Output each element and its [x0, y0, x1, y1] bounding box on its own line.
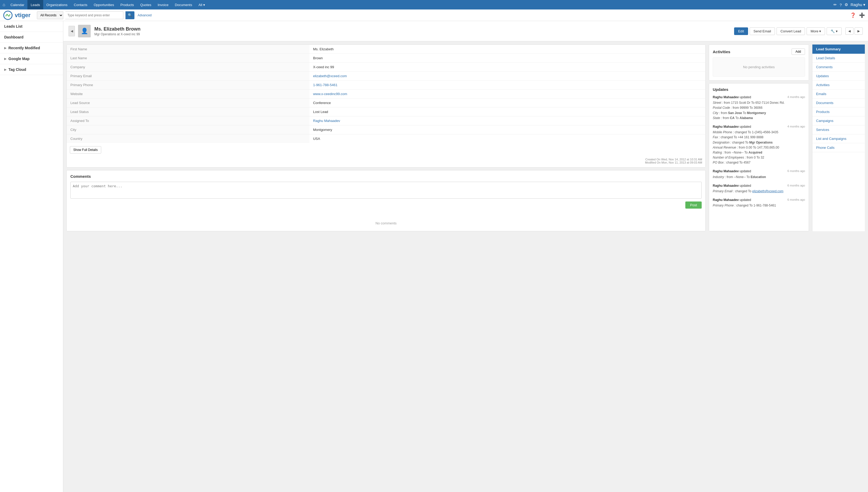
- comments-section: Comments Post No comments: [66, 170, 706, 231]
- update-user-3: Raghu Mahaadev: [713, 169, 739, 173]
- next-record-button[interactable]: ▶: [854, 27, 863, 35]
- search-filter-select[interactable]: All Records: [37, 11, 63, 19]
- help-circle-icon[interactable]: ❓: [850, 13, 856, 18]
- tools-button[interactable]: 🔧 ▾: [827, 27, 842, 35]
- update-time-2: 4 months ago: [787, 124, 805, 129]
- lead-header: ◀ 👤 Ms. Elizabeth Brown Mgr Operations a…: [63, 21, 868, 41]
- summary-item-campaigns[interactable]: Campaigns: [813, 117, 865, 125]
- sidebar-tag-cloud-label: Tag Cloud: [8, 68, 26, 72]
- activities-header: Activities Add: [713, 48, 805, 55]
- search-button[interactable]: 🔍: [125, 11, 135, 19]
- summary-item-services[interactable]: Services: [813, 125, 865, 134]
- main-content: ◀ 👤 Ms. Elizabeth Brown Mgr Operations a…: [63, 21, 868, 492]
- sidebar-item-recently-modified[interactable]: ▶ Recently Modified: [0, 43, 63, 53]
- summary-item-comments[interactable]: Comments: [813, 63, 865, 72]
- field-label-website: Website: [67, 90, 309, 99]
- advanced-search-link[interactable]: Advanced: [138, 14, 151, 17]
- collapse-sidebar-button[interactable]: ◀: [69, 26, 75, 36]
- chevron-tag-cloud: ▶: [4, 68, 6, 71]
- sidebar-item-google-map[interactable]: ▶ Google Map: [0, 53, 63, 64]
- field-label-country: Country: [67, 134, 309, 143]
- table-row: Website www.x-ceedinc99.com: [67, 90, 705, 99]
- update-details-2: Mobile Phone : changed To 1-(345)-4566-3…: [713, 130, 805, 165]
- send-email-button[interactable]: Send Email: [750, 27, 775, 35]
- sidebar-item-dashboard[interactable]: Dashboard: [0, 32, 63, 43]
- update-time-1: 4 months ago: [787, 95, 805, 100]
- nav-quotes[interactable]: Quotes: [137, 0, 155, 9]
- field-value-company: X-ceed inc 99: [309, 63, 705, 72]
- nav-leads[interactable]: Leads: [27, 0, 43, 9]
- summary-item-documents[interactable]: Documents: [813, 99, 865, 107]
- summary-item-list-and-campaigns[interactable]: List and Campaigns: [813, 134, 865, 143]
- field-value-last-name: Brown: [309, 54, 705, 63]
- lead-detail-table: First Name Ms. Elizabeth Last Name Brown…: [67, 45, 705, 143]
- sidebar-item-leads-list[interactable]: Leads List: [0, 21, 63, 32]
- updates-title: Updates: [713, 87, 805, 92]
- update-item-4: Raghu Mahaadev updated 6 months ago Prim…: [713, 183, 805, 194]
- nav-documents[interactable]: Documents: [171, 0, 195, 9]
- user-menu[interactable]: Raghu ▾: [851, 2, 865, 7]
- edit-button[interactable]: Edit: [734, 27, 748, 35]
- field-value-city: Montgomery: [309, 125, 705, 134]
- update-time-5: 6 months ago: [787, 198, 805, 202]
- email-link[interactable]: elizabeth@xceed.com: [313, 74, 347, 78]
- post-comment-button[interactable]: Post: [685, 201, 702, 208]
- chevron-google-map: ▶: [4, 57, 6, 60]
- left-column: First Name Ms. Elizabeth Last Name Brown…: [66, 45, 706, 231]
- summary-item-products[interactable]: Products: [813, 107, 865, 117]
- field-value-primary-email: elizabeth@xceed.com: [309, 72, 705, 81]
- avatar-icon: 👤: [81, 28, 88, 34]
- update-user-4: Raghu Mahaadev: [713, 184, 739, 188]
- convert-lead-button[interactable]: Convert Lead: [777, 27, 805, 35]
- field-value-lead-status: Lost Lead: [309, 107, 705, 117]
- sidebar-recently-modified-label: Recently Modified: [8, 46, 40, 50]
- update-details-3: Industry : from --None-- To Education: [713, 175, 805, 180]
- edit-icon[interactable]: ✏: [834, 2, 837, 7]
- sidebar-item-tag-cloud[interactable]: ▶ Tag Cloud: [0, 64, 63, 75]
- website-link[interactable]: www.x-ceedinc99.com: [313, 92, 347, 96]
- field-label-city: City: [67, 125, 309, 134]
- show-full-details-button[interactable]: Show Full Details: [70, 146, 101, 153]
- nav-opportunities[interactable]: Opportunities: [90, 0, 117, 9]
- lead-detail-card: First Name Ms. Elizabeth Last Name Brown…: [66, 45, 706, 168]
- table-row: Company X-ceed inc 99: [67, 63, 705, 72]
- nav-organizations[interactable]: Organizations: [43, 0, 71, 9]
- update-email-link[interactable]: elizabeth@xceed.com: [752, 189, 783, 193]
- nav-products[interactable]: Products: [117, 0, 137, 9]
- plus-icon[interactable]: ➕: [859, 13, 865, 18]
- summary-item-updates[interactable]: Updates: [813, 72, 865, 81]
- field-label-first-name: First Name: [67, 45, 309, 54]
- field-label-assigned-to: Assigned To: [67, 117, 309, 125]
- help-icon[interactable]: ?: [840, 3, 842, 7]
- no-comments-label: No comments: [70, 208, 702, 227]
- update-item-1: Raghu Mahaadev updated 4 months ago Stre…: [713, 95, 805, 121]
- more-button[interactable]: More ▾: [806, 27, 825, 35]
- summary-item-phone-calls[interactable]: Phone Calls: [813, 143, 865, 152]
- table-row: Lead Source Conference: [67, 99, 705, 107]
- add-activity-button[interactable]: Add: [792, 48, 805, 55]
- summary-item-lead-details[interactable]: Lead Details: [813, 54, 865, 63]
- comment-textarea[interactable]: [70, 182, 702, 199]
- update-item-2: Raghu Mahaadev updated 4 months ago Mobi…: [713, 124, 805, 165]
- settings-icon[interactable]: ⚙: [845, 2, 848, 7]
- sidebar-google-map-label: Google Map: [8, 57, 29, 61]
- search-input[interactable]: [65, 11, 123, 19]
- nav-calendar[interactable]: Calendar: [7, 0, 28, 9]
- phone-link[interactable]: 1-961-788-5461: [313, 83, 338, 87]
- summary-item-activities[interactable]: Activities: [813, 81, 865, 90]
- table-row: Assigned To Raghu Mahaadev: [67, 117, 705, 125]
- search-bar: vtiger All Records 🔍 Advanced ❓ ➕: [0, 9, 868, 21]
- summary-item-emails[interactable]: Emails: [813, 90, 865, 99]
- nav-contacts[interactable]: Contacts: [71, 0, 90, 9]
- update-user-1: Raghu Mahaadev: [713, 95, 739, 99]
- nav-invoice[interactable]: Invoice: [155, 0, 171, 9]
- field-value-lead-source: Conference: [309, 99, 705, 107]
- nav-all[interactable]: All ▾: [195, 0, 208, 9]
- update-time-3: 6 months ago: [787, 169, 805, 174]
- assigned-to-link[interactable]: Raghu Mahaadev: [313, 119, 340, 123]
- update-user-2: Raghu Mahaadev: [713, 125, 739, 128]
- update-time-4: 6 months ago: [787, 183, 805, 188]
- prev-record-button[interactable]: ◀: [845, 27, 853, 35]
- home-icon[interactable]: ⌂: [3, 2, 5, 7]
- main-layout: Leads List Dashboard ▶ Recently Modified…: [0, 21, 868, 492]
